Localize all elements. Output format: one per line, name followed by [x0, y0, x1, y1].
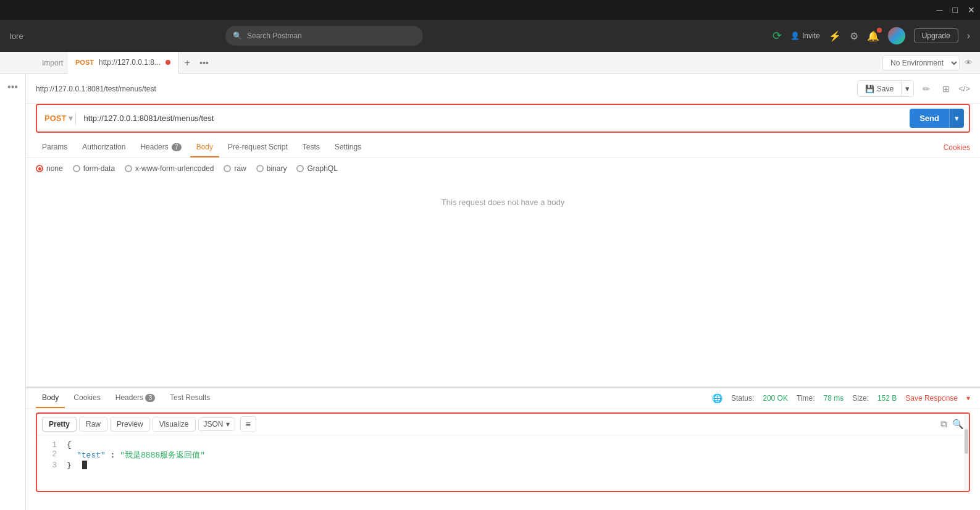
- body-type-urlencoded[interactable]: x-www-form-urlencoded: [125, 164, 214, 173]
- save-response-button[interactable]: Save Response: [905, 394, 958, 403]
- body-type-form-data[interactable]: form-data: [73, 164, 115, 173]
- environment-select[interactable]: No Environment: [882, 56, 960, 70]
- response-icons: ⧉ 🔍: [940, 419, 964, 430]
- close-button[interactable]: ✕: [968, 5, 975, 15]
- save-btn-group: 💾 Save ▾: [857, 80, 914, 97]
- expand-icon[interactable]: ›: [967, 30, 970, 41]
- wrap-icon-button[interactable]: ≡: [240, 416, 256, 432]
- tab-more-button[interactable]: •••: [196, 58, 212, 68]
- lightning-icon[interactable]: ⚡: [829, 30, 841, 42]
- globe-icon: 🌐: [712, 393, 722, 403]
- size-label: Size:: [852, 394, 869, 403]
- sidebar-icon-1[interactable]: •••: [5, 79, 20, 95]
- env-eye-icon[interactable]: 👁: [965, 58, 973, 67]
- code-indent: "test" : "我是8888服务返回值": [77, 449, 205, 461]
- tab-params[interactable]: Params: [36, 138, 73, 157]
- add-tab-button[interactable]: +: [178, 54, 196, 72]
- tab-tests[interactable]: Tests: [296, 138, 326, 157]
- line-num-3: 3: [47, 461, 57, 470]
- tab-headers[interactable]: Headers 7: [134, 138, 187, 157]
- resp-tab-body[interactable]: Body: [36, 388, 65, 408]
- tab-url-label: http://127.0.0.1:8...: [99, 58, 161, 67]
- resp-tab-cookies[interactable]: Cookies: [67, 388, 106, 408]
- format-pretty-button[interactable]: Pretty: [42, 417, 77, 432]
- tab-authorization-label: Authorization: [82, 143, 125, 151]
- url-bar-container: POST ▾ Send ▾: [36, 104, 970, 133]
- header-actions: ⟳ 👤 Invite ⚡ ⚙ 🔔 Upgrade ›: [773, 27, 970, 44]
- body-type-raw-label: raw: [234, 164, 246, 173]
- resp-tab-headers-label: Headers: [115, 393, 143, 402]
- radio-raw: [224, 165, 231, 172]
- code-colon: :: [111, 451, 120, 460]
- resp-headers-count: 3: [145, 394, 155, 402]
- sync-icon[interactable]: ⟳: [773, 29, 782, 43]
- response-toolbar: Pretty Raw Preview Visualize JSON ▾ ≡ ⧉ …: [37, 414, 969, 435]
- format-visualize-button[interactable]: Visualize: [153, 417, 196, 432]
- avatar[interactable]: [888, 27, 905, 44]
- maximize-button[interactable]: □: [953, 5, 958, 15]
- request-area: http://127.0.0.1:8081/test/menus/test 💾 …: [26, 74, 980, 510]
- resp-tab-test-results[interactable]: Test Results: [164, 388, 216, 408]
- copy-icon[interactable]: ⧉: [940, 419, 947, 430]
- json-format-select[interactable]: JSON ▾: [198, 417, 235, 431]
- tab-body-label: Body: [196, 143, 213, 151]
- method-select[interactable]: POST ▾: [42, 114, 75, 123]
- send-dropdown-button[interactable]: ▾: [949, 109, 964, 128]
- response-status-info: 🌐 Status: 200 OK Time: 78 ms Size: 152 B…: [712, 393, 970, 403]
- app-name-label: lore: [10, 31, 47, 41]
- no-body-message: This request does not have a body: [26, 179, 980, 387]
- notification-badge: [877, 28, 882, 33]
- body-type-none[interactable]: none: [36, 164, 63, 173]
- breadcrumb-actions: 💾 Save ▾ ✏ ⊞ </>: [857, 80, 970, 97]
- search-bar[interactable]: 🔍 Search Postman: [225, 26, 423, 46]
- tab-pre-request[interactable]: Pre-request Script: [222, 138, 294, 157]
- tab-body[interactable]: Body: [190, 138, 219, 157]
- minimize-button[interactable]: ─: [937, 5, 943, 15]
- bell-icon[interactable]: 🔔: [867, 30, 879, 42]
- save-dropdown-button[interactable]: ▾: [901, 81, 913, 96]
- settings-icon[interactable]: ⚙: [850, 30, 858, 42]
- resp-tab-headers[interactable]: Headers 3: [109, 388, 161, 408]
- cookies-link[interactable]: Cookies: [944, 143, 970, 152]
- tab-settings[interactable]: Settings: [329, 138, 367, 157]
- body-type-binary[interactable]: binary: [256, 164, 287, 173]
- code-icon: </>: [958, 84, 970, 93]
- body-type-urlencoded-label: x-www-form-urlencoded: [135, 164, 214, 173]
- send-button[interactable]: Send: [910, 109, 949, 128]
- upgrade-button[interactable]: Upgrade: [914, 28, 958, 43]
- code-button[interactable]: ✏: [919, 82, 934, 96]
- code-key-test: "test": [77, 451, 106, 460]
- tab-params-label: Params: [42, 143, 67, 151]
- tab-authorization[interactable]: Authorization: [76, 138, 132, 157]
- breadcrumb-path: http://127.0.0.1:8081/test/menus/test: [36, 85, 156, 93]
- person-icon: 👤: [790, 31, 800, 40]
- tab-unsaved-dot: [165, 60, 170, 65]
- size-value: 152 B: [877, 394, 897, 403]
- body-type-form-data-label: form-data: [83, 164, 115, 173]
- invite-button[interactable]: 👤 Invite: [790, 31, 820, 40]
- format-raw-button[interactable]: Raw: [79, 417, 107, 432]
- layout-button[interactable]: ⊞: [939, 82, 953, 96]
- search-response-icon[interactable]: 🔍: [952, 419, 964, 430]
- format-preview-button[interactable]: Preview: [110, 417, 150, 432]
- body-type-graphql[interactable]: GraphQL: [296, 164, 337, 173]
- method-chevron: ▾: [69, 114, 73, 123]
- code-line-1: 1 {: [47, 440, 959, 449]
- import-tab[interactable]: Import: [37, 59, 68, 67]
- save-button[interactable]: 💾 Save: [858, 82, 901, 96]
- request-tab-1[interactable]: POST http://127.0.0.1:8...: [68, 52, 178, 74]
- save-response-chevron[interactable]: ▾: [966, 394, 970, 403]
- sidebar: •••: [0, 74, 26, 510]
- code-line-3: 3 }: [47, 461, 959, 470]
- status-value: 200 OK: [763, 394, 788, 403]
- url-input[interactable]: [76, 114, 905, 123]
- search-placeholder: Search Postman: [247, 31, 302, 40]
- tab-method-label: POST: [75, 59, 94, 66]
- save-label: Save: [877, 85, 894, 93]
- time-label: Time:: [797, 394, 815, 403]
- tab-settings-label: Settings: [335, 143, 361, 151]
- vertical-scrollbar[interactable]: [964, 414, 969, 491]
- radio-form-data: [73, 165, 80, 172]
- status-label: Status:: [731, 394, 754, 403]
- body-type-raw[interactable]: raw: [224, 164, 246, 173]
